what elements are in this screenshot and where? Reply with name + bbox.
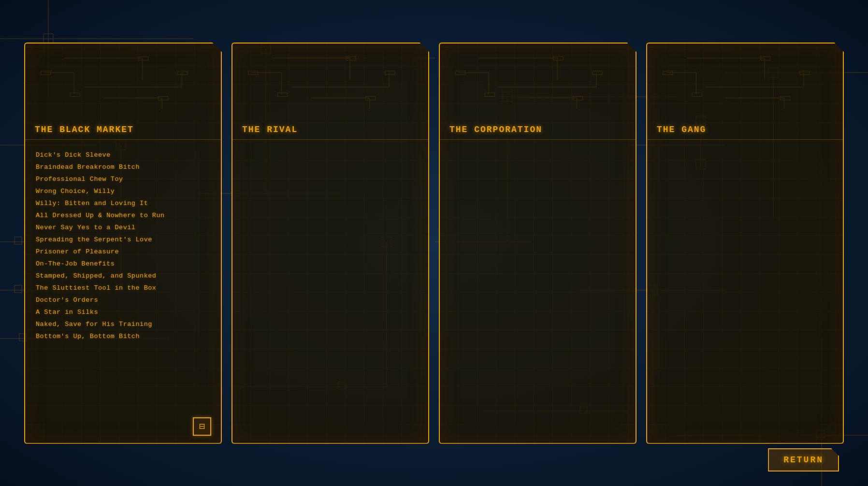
svg-rect-60 [365, 96, 375, 100]
panel-header-gang: THE GANG [647, 116, 843, 140]
panel-title-rival: THE RIVAL [242, 125, 419, 134]
panel-header-black-market: THE BLACK MARKET [25, 116, 221, 140]
svg-rect-64 [277, 93, 287, 97]
svg-rect-85 [800, 71, 810, 75]
return-button[interactable]: RETURN [768, 448, 839, 471]
svg-rect-86 [780, 96, 790, 100]
panels-container: THE BLACK MARKETDick's Dick SleeveBraind… [24, 43, 844, 444]
svg-rect-90 [692, 93, 702, 97]
svg-rect-72 [593, 71, 602, 75]
list-item[interactable]: Willy: Bitten and Loving It [35, 198, 214, 209]
svg-rect-51 [70, 93, 80, 97]
list-item[interactable]: Doctor's Orders [35, 295, 214, 306]
svg-rect-47 [158, 96, 168, 100]
svg-rect-58 [346, 57, 356, 60]
svg-rect-73 [573, 96, 582, 100]
panel-header-rival: THE RIVAL [232, 116, 428, 140]
panel-black-market: THE BLACK MARKETDick's Dick SleeveBraind… [24, 43, 222, 444]
svg-rect-71 [553, 57, 563, 60]
list-item[interactable]: The Sluttiest Tool in the Box [35, 282, 214, 294]
svg-rect-89 [663, 71, 672, 75]
panel-items-corporation [440, 145, 636, 443]
list-item[interactable]: A Star in Silks [35, 307, 214, 318]
panel-gang: THE GANG [646, 43, 844, 444]
main-content: THE BLACK MARKETDick's Dick SleeveBraind… [0, 0, 868, 486]
panel-circuit-bg [647, 44, 843, 116]
panel-title-corporation: THE CORPORATION [449, 125, 626, 134]
panel-rival: THE RIVAL [231, 43, 429, 444]
panel-items-gang [647, 145, 843, 443]
list-item[interactable]: Bottom's Up, Bottom Bitch [35, 331, 214, 342]
panel-title-gang: THE GANG [657, 125, 833, 134]
panel-footer: ⊟ [25, 410, 221, 443]
list-item[interactable]: Professional Chew Toy [35, 174, 214, 185]
list-item[interactable]: Stamped, Shipped, and Spunked [35, 270, 214, 281]
list-item[interactable]: Dick's Dick Sleeve [35, 149, 214, 161]
panel-items-black-market: Dick's Dick SleeveBraindead Breakroom Bi… [25, 145, 221, 410]
list-item[interactable]: Braindead Breakroom Bitch [35, 162, 214, 173]
svg-rect-63 [248, 71, 258, 75]
notebook-icon[interactable]: ⊟ [193, 417, 211, 436]
panel-circuit-bg [440, 44, 636, 116]
panel-title-black-market: THE BLACK MARKET [35, 125, 211, 134]
svg-rect-50 [41, 71, 50, 75]
svg-rect-77 [485, 93, 494, 97]
list-item[interactable]: All Dressed Up & Nowhere to Run [35, 210, 214, 221]
panel-header-corporation: THE CORPORATION [440, 116, 636, 140]
svg-rect-59 [385, 71, 395, 75]
list-item[interactable]: Naked, Save for His Training [35, 319, 214, 330]
list-item[interactable]: On-The-Job Benefits [35, 258, 214, 269]
list-item[interactable]: Wrong Choice, Willy [35, 186, 214, 197]
panel-items-rival [232, 145, 428, 443]
svg-rect-76 [455, 71, 465, 75]
panel-circuit-bg [232, 44, 428, 116]
panel-circuit-bg [25, 44, 221, 116]
svg-rect-46 [178, 71, 188, 75]
list-item[interactable]: Never Say Yes to a Devil [35, 222, 214, 233]
svg-rect-45 [139, 57, 148, 60]
svg-rect-84 [761, 57, 770, 60]
list-item[interactable]: Spreading the Serpent's Love [35, 234, 214, 245]
panel-corporation: THE CORPORATION [439, 43, 637, 444]
bottom-bar: RETURN [768, 448, 839, 471]
list-item[interactable]: Prisoner of Pleasure [35, 246, 214, 257]
